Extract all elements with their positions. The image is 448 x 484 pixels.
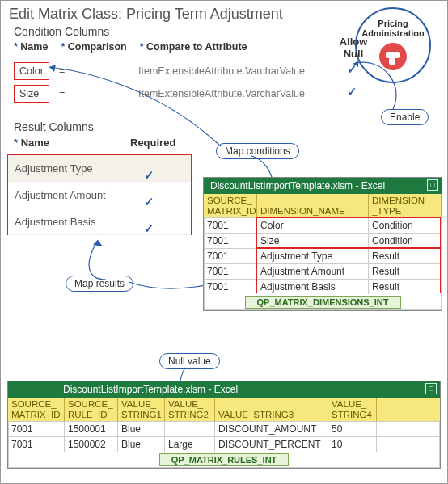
- condition-headers: * Name * Comparison * Compare to Attribu…: [14, 41, 247, 53]
- result-label: Adjustment Type: [15, 162, 93, 175]
- excel-window-rules: DiscountListImportTemplate.xlsm - Excel …: [7, 381, 441, 469]
- excel-header-row: SOURCE_MATRIX_ID SOURCE_RULE_ID VALUE_ST…: [8, 398, 440, 421]
- excel-header-row: SOURCE_MATRIX_ID DIMENSION_NAME DIMENSIO…: [204, 194, 442, 217]
- restore-icon[interactable]: □: [427, 179, 438, 191]
- condition-columns-heading: Condition Columns: [14, 25, 109, 38]
- svg-marker-3: [93, 240, 103, 246]
- check-icon[interactable]: ✓: [347, 62, 357, 77]
- table-row: 7001Adjustment BasisResult: [204, 279, 442, 294]
- excel-title-text: DiscountListImportTemplate.xlsm - Excel: [210, 180, 385, 191]
- excel-body: 7001 1500001 Blue DISCOUNT_AMOUNT 50 700…: [8, 421, 440, 452]
- condition-row-size: Size = ItemExtensibleAttribute.VarcharVa…: [14, 85, 340, 103]
- pricing-admin-icon: [379, 43, 407, 70]
- result-label: Adjustment Basis: [15, 216, 95, 228]
- table-row: 7001 1500001 Blue DISCOUNT_AMOUNT 50: [8, 421, 440, 436]
- result-row-adj-type[interactable]: Adjustment Type ✓: [8, 155, 191, 182]
- hdr-allow-null: Allow Null: [334, 36, 373, 61]
- excel-sheet-tab[interactable]: QP_MATRIX_RULES_INT: [8, 452, 440, 468]
- table-row: 7001 1500002 Blue Large DISCOUNT_PERCENT…: [8, 436, 440, 452]
- cond-comp-size: =: [49, 88, 82, 99]
- excel-title-bar: DiscountListImportTemplate.xlsm - Excel …: [204, 178, 442, 194]
- table-row: 7001ColorCondition: [204, 217, 442, 233]
- badge-text: PricingAdministration: [357, 9, 429, 38]
- excel-body: 7001ColorCondition 7001SizeCondition 700…: [204, 217, 442, 294]
- cond-attr-color: ItemExtensibleAttribute.VarcharValue: [138, 65, 340, 77]
- excel-window-dimensions: DiscountListImportTemplate.xlsm - Excel …: [203, 177, 442, 311]
- callout-null-value: Null value: [159, 353, 220, 369]
- hdr-compare-attr: Compare to Attribute: [146, 41, 247, 53]
- cond-attr-size: ItemExtensibleAttribute.VarcharValue: [138, 88, 340, 99]
- check-icon[interactable]: ✓: [347, 85, 357, 99]
- table-row: 7001Adjustment TypeResult: [204, 248, 442, 263]
- result-row-adj-basis[interactable]: Adjustment Basis ✓: [8, 208, 191, 235]
- hdr-comparison: Comparison: [68, 41, 127, 53]
- page-title: Edit Matrix Class: Pricing Term Adjustme…: [9, 6, 283, 23]
- cond-name-color[interactable]: Color: [14, 62, 49, 80]
- check-icon: ✓: [144, 215, 154, 242]
- callout-enable: Enable: [381, 109, 429, 125]
- table-row: 7001SizeCondition: [204, 233, 442, 248]
- results-box: Adjustment Type ✓ Adjustment Amount ✓ Ad…: [7, 154, 192, 235]
- hdr-result-required: Required: [130, 137, 175, 149]
- callout-map-results: Map results: [66, 276, 133, 292]
- hdr-result-name: * Name: [14, 137, 49, 149]
- result-label: Adjustment Amount: [15, 189, 106, 201]
- diagram-canvas: Edit Matrix Class: Pricing Term Adjustme…: [0, 0, 448, 484]
- cond-name-size[interactable]: Size: [14, 85, 49, 103]
- excel-title-bar: DiscountListImportTemplate.xlsm - Excel …: [8, 381, 440, 398]
- hdr-name: Name: [20, 41, 48, 53]
- result-row-adj-amount[interactable]: Adjustment Amount ✓: [8, 182, 191, 208]
- restore-icon[interactable]: □: [425, 383, 437, 394]
- condition-row-color: Color = ItemExtensibleAttribute.VarcharV…: [14, 62, 340, 80]
- excel-sheet-tab[interactable]: QP_MATRIX_DIMENSIONS_INT: [204, 294, 442, 310]
- callout-map-conditions: Map conditions: [216, 143, 299, 159]
- table-row: 7001Adjustment AmountResult: [204, 263, 442, 279]
- excel-title-text: DiscountListImportTemplate.xlsm - Excel: [15, 384, 238, 395]
- result-columns-heading: Result Columns: [14, 120, 94, 133]
- cond-comp-color: =: [49, 65, 82, 77]
